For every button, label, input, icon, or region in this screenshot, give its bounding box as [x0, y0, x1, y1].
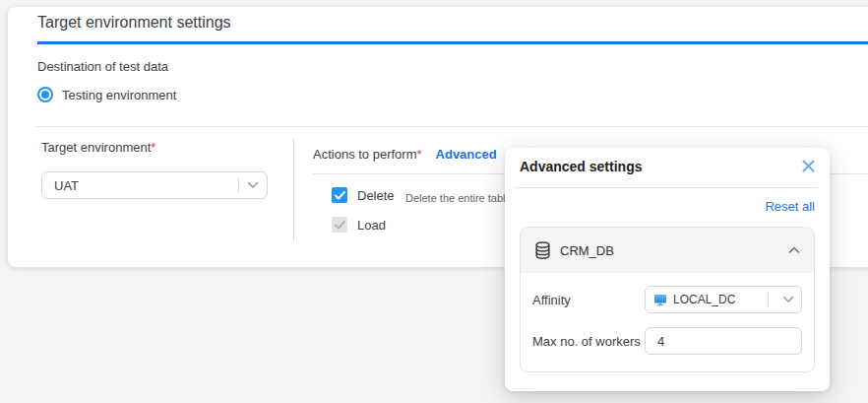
page-title: Target environment settings — [37, 14, 231, 32]
vertical-divider — [293, 138, 294, 241]
affinity-select[interactable]: LOCAL_DC — [645, 286, 802, 313]
chevron-down-icon — [782, 296, 794, 303]
close-icon — [801, 159, 816, 173]
database-icon — [534, 241, 551, 260]
target-environment-select[interactable]: UAT — [41, 171, 268, 199]
checkbox-checked-icon — [332, 187, 347, 203]
max-workers-label: Max no. of workers — [532, 334, 645, 349]
checkbox-row-delete[interactable]: Delete — [332, 187, 395, 203]
modal-divider — [515, 187, 818, 188]
affinity-label: Affinity — [532, 293, 645, 307]
checkbox-label: Load — [357, 218, 386, 233]
affinity-value: LOCAL_DC — [673, 293, 762, 306]
monitor-icon — [653, 294, 667, 306]
radio-selected-icon — [37, 87, 53, 102]
section-divider — [36, 126, 868, 127]
target-environment-label: Target environment* — [41, 140, 155, 155]
reset-all-link[interactable]: Reset all — [765, 199, 815, 214]
select-separator — [238, 177, 239, 193]
close-button[interactable] — [798, 156, 818, 175]
max-workers-input[interactable] — [645, 327, 802, 355]
max-workers-field-row: Max no. of workers — [532, 327, 802, 355]
checkbox-checked-disabled-icon — [332, 217, 347, 233]
panel-name: CRM_DB — [560, 243, 779, 258]
target-environment-value: UAT — [54, 178, 238, 193]
checkbox-label: Delete — [357, 188, 395, 203]
destination-label: Destination of test data — [37, 59, 168, 74]
checkbox-delete-description: Delete the entire table — [405, 192, 512, 204]
title-underline — [37, 41, 868, 44]
radio-testing-environment[interactable]: Testing environment — [37, 87, 176, 102]
crm-db-panel: CRM_DB Affinity LOCAL_DC Max no. of work… — [520, 227, 815, 372]
chevron-down-icon — [247, 181, 259, 189]
affinity-field-row: Affinity LOCAL_DC — [532, 286, 802, 313]
chevron-up-icon — [788, 246, 800, 254]
required-asterisk: * — [417, 147, 422, 162]
advanced-settings-modal: Advanced settings Reset all CRM_DB Affin… — [505, 148, 830, 391]
radio-label: Testing environment — [62, 88, 176, 102]
actions-header: Actions to perform* Advanced — [313, 147, 497, 162]
modal-title: Advanced settings — [520, 159, 642, 174]
advanced-link[interactable]: Advanced — [436, 147, 497, 162]
required-asterisk: * — [151, 140, 155, 155]
crm-db-panel-header[interactable]: CRM_DB — [521, 228, 814, 273]
checkbox-row-load[interactable]: Load — [332, 217, 386, 233]
actions-label: Actions to perform* — [313, 147, 422, 162]
select-separator — [768, 292, 769, 307]
